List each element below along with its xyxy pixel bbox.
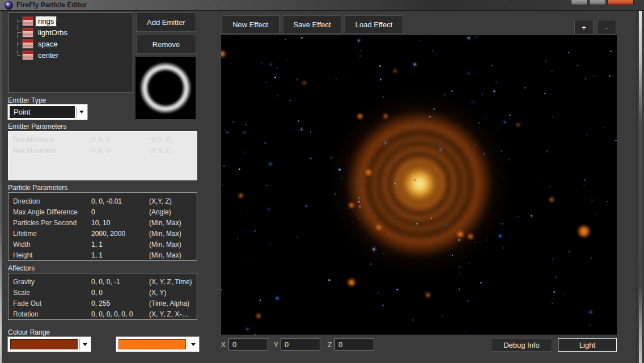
- orange-particle-blob: [516, 123, 520, 126]
- star: [459, 266, 460, 268]
- colour-end-dropdown[interactable]: [116, 337, 199, 352]
- star: [244, 153, 245, 153]
- emitter-name[interactable]: rings: [36, 16, 56, 26]
- emitter-thumbnail-icon: [22, 28, 33, 37]
- star: [586, 134, 588, 136]
- tree-branch-line: [17, 44, 22, 44]
- remove-emitter-button[interactable]: Remove: [136, 35, 196, 54]
- light-button[interactable]: Light: [558, 338, 617, 352]
- load-effect-button[interactable]: Load Effect: [345, 15, 403, 34]
- emitter-list-item[interactable]: center: [12, 49, 133, 61]
- chevron-down-icon[interactable]: [77, 105, 87, 119]
- colour-range-label: Colour Range: [8, 328, 50, 336]
- table-row[interactable]: Scale 0, 0 (X, Y): [9, 287, 197, 298]
- param-name: Height: [13, 251, 91, 259]
- minimize-button[interactable]: [571, 0, 588, 5]
- star: [269, 163, 271, 165]
- add-emitter-button[interactable]: Add Emitter: [136, 12, 196, 32]
- star: [444, 95, 445, 95]
- colour-end-swatch: [118, 339, 186, 349]
- star: [285, 39, 287, 41]
- param-name: Box Maximum: [13, 147, 91, 155]
- star: [261, 62, 262, 64]
- table-row[interactable]: Fade Out 0, 255 (Time, Alpha): [9, 298, 197, 309]
- star: [425, 38, 426, 39]
- zoom-out-button[interactable]: -: [597, 20, 616, 35]
- debug-info-button[interactable]: Debug Info: [491, 338, 552, 352]
- param-value: 1, 1: [91, 240, 149, 248]
- table-row[interactable]: Height 1, 1 (Min, Max): [9, 250, 197, 260]
- affector-name: Gravity: [13, 278, 91, 286]
- emitter-type-value: Point: [10, 106, 75, 118]
- app-icon: [5, 1, 13, 10]
- star: [549, 186, 550, 187]
- star: [328, 279, 330, 281]
- affector-hint: (X, Y): [149, 289, 197, 297]
- emitter-name[interactable]: lightOrbs: [36, 28, 70, 37]
- affector-name: Rotation: [13, 310, 91, 318]
- star: [425, 292, 426, 293]
- emitter-type-dropdown[interactable]: Point: [8, 104, 87, 120]
- orange-particle-blob: [256, 314, 261, 318]
- table-row[interactable]: Rotation 0, 0, 0, 0, 0, 0 (X, Y, Z, X-…: [9, 309, 197, 319]
- new-effect-button[interactable]: New Effect: [221, 15, 279, 34]
- zoom-in-button[interactable]: +: [574, 20, 594, 35]
- table-row[interactable]: Direction 0, 0, -0.01 (X,Y, Z): [9, 196, 197, 206]
- table-row[interactable]: Gravity 0, 0, 0, -1 (X, Y, Z, Time): [9, 276, 197, 287]
- star: [465, 331, 467, 332]
- star: [583, 184, 584, 185]
- particle-viewport[interactable]: [221, 35, 617, 335]
- star: [435, 169, 437, 170]
- star: [379, 65, 382, 67]
- orange-particle-blob: [578, 225, 590, 238]
- close-button[interactable]: [607, 0, 634, 5]
- table-row: Box Minimum 0, 0, 0 (X,Y, Z): [9, 134, 197, 145]
- star: [259, 301, 261, 303]
- table-row[interactable]: Width 1, 1 (Min, Max): [9, 239, 197, 250]
- chevron-down-icon[interactable]: [188, 337, 198, 351]
- orange-particle-blob: [239, 193, 243, 198]
- emitter-list-item[interactable]: rings: [12, 15, 133, 27]
- table-row[interactable]: Particles Per Second 10, 10 (Min, Max): [9, 217, 197, 228]
- star: [507, 241, 509, 242]
- emitter-list[interactable]: rings lightOrbs space: [8, 12, 133, 92]
- star: [495, 81, 497, 83]
- star: [378, 292, 379, 294]
- star: [440, 140, 442, 141]
- star: [301, 37, 303, 39]
- star: [458, 239, 460, 240]
- particle-parameters-table[interactable]: Direction 0, 0, -0.01 (X,Y, Z) Max Angle…: [8, 192, 197, 261]
- star: [544, 93, 545, 94]
- star: [414, 126, 415, 127]
- star: [357, 180, 358, 182]
- emitter-name[interactable]: center: [36, 50, 61, 60]
- chevron-down-icon[interactable]: [80, 337, 90, 351]
- star: [553, 291, 555, 293]
- x-input[interactable]: [228, 338, 268, 351]
- param-value: 10, 10: [91, 219, 149, 227]
- star: [277, 95, 278, 96]
- star: [270, 64, 272, 65]
- star: [468, 37, 469, 39]
- colour-start-dropdown[interactable]: [8, 337, 91, 352]
- emitter-list-item[interactable]: space: [12, 38, 133, 49]
- emitter-name[interactable]: space: [36, 39, 60, 49]
- star: [276, 297, 278, 299]
- star: [501, 223, 503, 225]
- star: [286, 59, 287, 60]
- star: [504, 121, 506, 123]
- affectors-table[interactable]: Gravity 0, 0, 0, -1 (X, Y, Z, Time) Scal…: [8, 273, 197, 320]
- param-hint: (X,Y, Z): [149, 197, 197, 205]
- table-row[interactable]: Max Angle Difference 0 (Angle): [9, 206, 197, 217]
- star: [518, 216, 519, 217]
- y-input[interactable]: [281, 338, 320, 351]
- emitter-list-item[interactable]: lightOrbs: [12, 27, 133, 38]
- star: [224, 129, 225, 130]
- param-hint: (X,Y, Z): [149, 136, 197, 144]
- z-input[interactable]: [334, 338, 374, 351]
- title-bar[interactable]: FireFly Particle Editor: [0, 0, 644, 11]
- save-effect-button[interactable]: Save Effect: [283, 15, 341, 34]
- table-row[interactable]: Lifetime 2000, 2000 (Min, Max): [9, 228, 197, 239]
- star: [595, 214, 596, 215]
- maximize-button[interactable]: [589, 0, 606, 5]
